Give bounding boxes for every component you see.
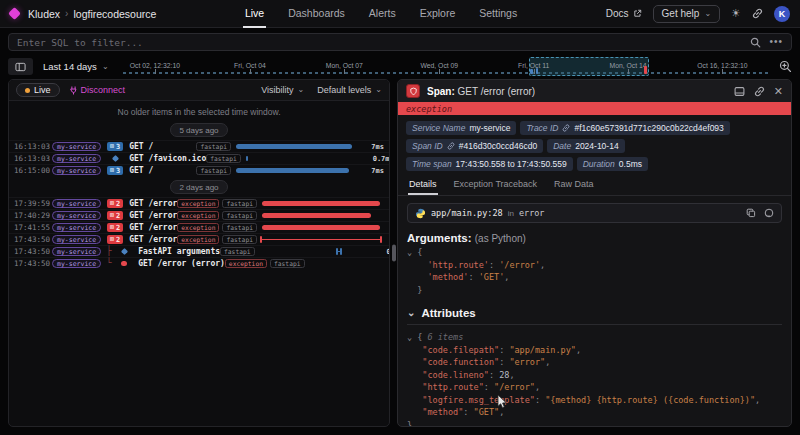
duration-bar-area — [262, 234, 384, 246]
tag-fastapi: fastapi — [270, 259, 305, 268]
duration-bar-area — [236, 165, 358, 177]
tag-exception: exception — [177, 223, 219, 232]
span-name: GET / — [129, 142, 153, 151]
attributes-title-text: Attributes — [421, 307, 475, 319]
duration-bar-area — [262, 198, 384, 210]
user-avatar[interactable]: K — [774, 6, 790, 22]
docs-label: Docs — [606, 8, 629, 19]
duration-cap — [340, 248, 342, 255]
time-range-dropdown[interactable]: Last 14 days ⌄ — [43, 61, 109, 72]
trace-row[interactable]: 16:15:00my-service⊞3GET /fastapi7ms — [9, 164, 389, 176]
link-icon[interactable] — [562, 124, 570, 132]
tag-exception: exception — [225, 259, 267, 268]
theme-toggle-icon[interactable]: ☀ — [731, 8, 741, 19]
trace-row[interactable]: 17:43:50my-service├FastAPI argumentsfast… — [9, 245, 389, 257]
panel-divider[interactable] — [390, 79, 397, 427]
duration-bar — [262, 225, 380, 230]
breadcrumb-org[interactable]: Kludex — [28, 8, 60, 20]
trace-row[interactable]: 17:39:59my-service⊞2GET /errorexceptionf… — [9, 197, 389, 209]
meta-badge-date: Date2024-10-14 — [547, 139, 624, 153]
span-count: 2 — [116, 212, 120, 220]
trace-row[interactable]: 17:40:29my-service⊞2GET /errorexceptionf… — [9, 209, 389, 221]
trace-row[interactable]: 17:41:55my-service⊞2GET /errorexceptionf… — [9, 221, 389, 233]
timeline-tick-label: Mon, Oct 14 — [610, 62, 647, 69]
tag-exception: exception — [177, 199, 219, 208]
service-pill: my-service — [52, 235, 101, 245]
nav-tab-dashboards[interactable]: Dashboards — [286, 0, 347, 28]
source-function: error — [519, 208, 545, 218]
timeline-tick-mark — [344, 69, 345, 74]
tree-connector-icon: └ — [106, 259, 115, 268]
plug-icon — [69, 86, 78, 95]
tag-fastapi: fastapi — [222, 235, 257, 244]
timeline-track[interactable]: Oct 02, 12:32:10Fri, Oct 04Mon, Oct 07We… — [123, 56, 769, 77]
search-icon[interactable] — [750, 37, 761, 48]
trace-row[interactable]: 17:43:50my-service└GET /error (error)exc… — [9, 257, 389, 269]
get-help-button[interactable]: Get help ⌄ — [653, 5, 721, 23]
row-icon-cell: ⊞2 — [106, 199, 124, 209]
tab-exception-traceback[interactable]: Exception Traceback — [453, 176, 539, 195]
nav-tab-explore[interactable]: Explore — [418, 0, 458, 28]
tag-exception: exception — [177, 235, 219, 244]
external-link-icon — [633, 9, 642, 18]
sidebar-toggle-icon[interactable] — [8, 58, 33, 75]
breadcrumb-project[interactable]: logfirecodesource — [73, 8, 156, 20]
duration-bar-area — [260, 246, 382, 258]
link-icon[interactable] — [447, 142, 455, 150]
trace-row[interactable]: 16:13:03my-service⊞3GET /fastapi7ms — [9, 140, 389, 152]
duration-cap — [336, 248, 338, 255]
panel-resize-handle[interactable] — [392, 245, 396, 262]
get-help-label: Get help — [662, 8, 700, 19]
trace-row[interactable]: 16:13:03my-serviceGET /favicon.icofastap… — [9, 152, 389, 164]
timeline-tick-label: Oct 02, 12:32:10 — [130, 62, 180, 69]
timeline-tick-label: Mon, Oct 07 — [326, 62, 363, 69]
duration-bar — [246, 156, 248, 161]
span-name: GET / — [129, 166, 153, 175]
nav-tab-live[interactable]: Live — [243, 0, 266, 28]
code-line: ⌄ { 6 items — [407, 331, 782, 344]
sql-filter-input[interactable] — [17, 37, 750, 48]
span-count: 2 — [116, 224, 120, 232]
tab-details[interactable]: Details — [408, 176, 438, 195]
code-line: "method": "GET", — [407, 406, 782, 419]
github-icon[interactable] — [764, 208, 774, 218]
span-name: GET /error — [129, 235, 177, 244]
tree-connector-icon: ├ — [106, 247, 115, 256]
copy-icon[interactable] — [746, 208, 756, 218]
timeline-activity-marker — [536, 68, 539, 74]
expand-icon: ⊞ — [110, 143, 114, 150]
share-link-icon[interactable] — [752, 8, 763, 19]
levels-dropdown[interactable]: Default levels ⌄ — [317, 85, 382, 95]
live-label: Live — [34, 85, 51, 95]
tab-raw-data[interactable]: Raw Data — [553, 176, 595, 195]
live-panel-header: Live Disconnect Visibility ⌄ Default lev… — [9, 80, 389, 101]
expand-icon: ⊞ — [110, 236, 114, 243]
copy-link-icon[interactable] — [754, 86, 765, 97]
tag-fastapi: fastapi — [196, 142, 231, 151]
close-icon[interactable]: ✕ — [774, 86, 783, 97]
span-name: GET /error — [129, 211, 177, 220]
panel-layout-icon[interactable] — [734, 86, 745, 97]
trace-row[interactable]: 17:43:50my-service⊞2GET /errorexceptionf… — [9, 233, 389, 245]
row-duration: 0.3ms — [382, 248, 390, 256]
visibility-label: Visibility — [261, 85, 293, 95]
duration-bar — [236, 144, 352, 149]
nav-tab-settings[interactable]: Settings — [477, 0, 519, 28]
meta-badge-time-span: Time span17:43:50.558 to 17:43:50.559 — [406, 157, 573, 171]
group-time-pill: 5 days ago — [170, 123, 227, 137]
empty-window-message: No older items in the selected time wind… — [9, 101, 389, 117]
nav-tab-alerts[interactable]: Alerts — [367, 0, 398, 28]
row-duration: 7ms — [358, 167, 384, 175]
docs-link[interactable]: Docs — [606, 8, 642, 19]
timeline-tick-mark — [628, 69, 629, 74]
zoom-in-icon[interactable] — [779, 60, 792, 73]
row-icon-cell: ⊞2 — [106, 223, 124, 233]
span-count-badge: ⊞2 — [107, 199, 123, 209]
attributes-header[interactable]: ⌄ Attributes — [407, 307, 782, 319]
expand-icon: ⊞ — [110, 212, 114, 219]
code-line: 'http.route': '/error', — [407, 259, 782, 272]
live-toggle[interactable]: Live — [16, 83, 60, 97]
more-options-icon[interactable]: ••• — [769, 40, 783, 44]
visibility-dropdown[interactable]: Visibility ⌄ — [261, 85, 304, 95]
disconnect-button[interactable]: Disconnect — [69, 85, 126, 95]
